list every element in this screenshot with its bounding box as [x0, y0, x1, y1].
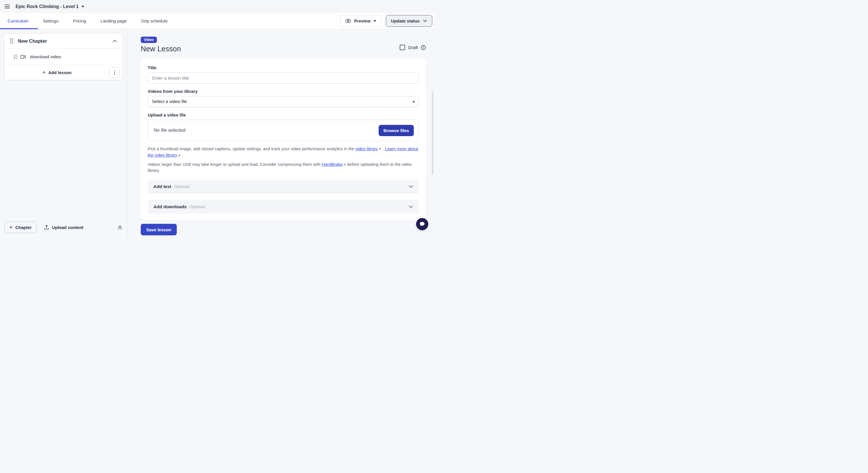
workspace: New Chapter: [0, 29, 434, 236]
help-text-segment: .: [381, 147, 385, 151]
browse-files-button[interactable]: Browse files: [379, 125, 414, 136]
help-text-segment: Videos larger than 1GB may take longer t…: [148, 162, 321, 167]
lesson-type-badge: Video: [141, 37, 157, 43]
library-field-label: Videos from your library: [148, 89, 419, 94]
save-lesson-button[interactable]: Save lesson: [141, 224, 177, 235]
chat-bubble-icon: [419, 221, 425, 227]
preview-button[interactable]: Preview: [340, 15, 381, 27]
selected-video-value: Select a video file: [152, 99, 187, 104]
drag-handle-icon[interactable]: [14, 55, 17, 59]
upload-content-label: Upload content: [52, 225, 83, 230]
update-status-label: Update status: [391, 19, 420, 23]
chevron-down-icon: [423, 20, 427, 22]
video-camera-icon: [21, 55, 26, 59]
add-lesson-row: + Add lesson ⋮: [4, 65, 123, 80]
collapse-all-icon[interactable]: [117, 225, 123, 230]
info-icon[interactable]: [421, 45, 426, 50]
sidebar-footer: + Chapter Upload content: [0, 218, 127, 236]
upload-field-label: Upload a video file: [148, 113, 419, 117]
lesson-title-input[interactable]: [148, 72, 419, 84]
hamburger-menu-icon[interactable]: [5, 5, 10, 8]
tab-settings[interactable]: Settings: [43, 13, 59, 29]
video-library-select[interactable]: Select a video file ▾: [148, 96, 419, 107]
tabbar-actions: Preview Update status: [340, 15, 432, 27]
video-library-help-text: Pick a thumbnail image, add closed capti…: [148, 146, 419, 159]
tab-pricing[interactable]: Pricing: [73, 13, 86, 29]
lesson-form-card: Title Videos from your library Select a …: [141, 59, 426, 220]
curriculum-sidebar: New Chapter: [0, 29, 127, 236]
top-bar: Epic Rock Climbing - Level 1: [0, 0, 434, 13]
tabs: Curriculum Settings Pricing Landing page…: [7, 13, 182, 29]
handbrake-link[interactable]: HandBrake: [321, 162, 343, 167]
lesson-editor: Video New Lesson Draft Title Videos from…: [127, 29, 434, 236]
add-lesson-button[interactable]: + Add lesson: [4, 70, 109, 75]
external-link-icon: ↗: [343, 162, 346, 167]
add-downloads-accordion[interactable]: Add downloads Optional: [148, 200, 419, 214]
tab-curriculum[interactable]: Curriculum: [7, 13, 29, 29]
caret-down-icon: [81, 6, 84, 7]
lesson-header: Video New Lesson Draft: [141, 37, 426, 53]
lesson-row[interactable]: download video: [4, 49, 123, 65]
help-text-segment: .: [181, 153, 183, 157]
upload-icon: [44, 225, 49, 230]
add-chapter-label: Chapter: [15, 225, 32, 230]
optional-label: Optional: [174, 184, 189, 189]
select-caret-icon: ▾: [413, 99, 415, 104]
file-status-text: No file selected: [154, 128, 185, 133]
chevron-down-icon: [409, 185, 413, 188]
compression-help-text: Videos larger than 1GB may take longer t…: [148, 161, 419, 174]
help-text-segment: Pick a thumbnail image, add closed capti…: [148, 147, 355, 151]
page-title: New Lesson: [141, 45, 181, 53]
external-link-icon: ↗: [378, 147, 381, 152]
course-title-dropdown[interactable]: Epic Rock Climbing - Level 1: [16, 4, 84, 9]
chat-launcher-button[interactable]: [416, 218, 428, 230]
chevron-up-icon[interactable]: [113, 40, 117, 42]
draft-label: Draft: [408, 45, 418, 50]
lesson-title: download video: [30, 54, 61, 59]
title-field-label: Title: [148, 65, 419, 70]
preview-label: Preview: [354, 19, 371, 23]
update-status-button[interactable]: Update status: [386, 15, 432, 27]
tab-landing-page[interactable]: Landing page: [101, 13, 127, 29]
add-downloads-label: Add downloads: [153, 204, 187, 210]
external-link-icon: ↗: [177, 153, 180, 158]
chapter-card: New Chapter: [4, 33, 123, 80]
scrollbar-thumb[interactable]: [432, 91, 433, 175]
chevron-down-icon: [409, 206, 413, 208]
chapter-title: New Chapter: [18, 38, 47, 44]
eye-icon: [345, 19, 351, 23]
chapter-menu-button[interactable]: ⋮: [109, 67, 120, 77]
chapter-header[interactable]: New Chapter: [4, 33, 123, 49]
video-library-link[interactable]: video library: [355, 147, 378, 151]
upload-content-button[interactable]: Upload content: [44, 225, 83, 230]
add-lesson-label: Add lesson: [48, 70, 71, 75]
optional-label: Optional: [189, 204, 205, 209]
kebab-icon: ⋮: [112, 69, 117, 75]
add-text-accordion[interactable]: Add text Optional: [148, 180, 419, 193]
draft-checkbox[interactable]: [400, 45, 405, 50]
tab-drip-schedule[interactable]: Drip schedule: [141, 13, 168, 29]
file-upload-box: No file selected Browse files: [148, 120, 419, 141]
draft-toggle: Draft: [400, 45, 426, 50]
add-text-label: Add text: [153, 184, 171, 189]
drag-handle-icon[interactable]: [10, 38, 13, 43]
plus-icon: +: [42, 69, 45, 75]
course-title: Epic Rock Climbing - Level 1: [16, 4, 79, 9]
add-chapter-button[interactable]: + Chapter: [4, 221, 37, 233]
caret-down-icon: [373, 20, 376, 22]
tab-bar: Curriculum Settings Pricing Landing page…: [0, 13, 434, 29]
plus-icon: +: [9, 224, 13, 230]
